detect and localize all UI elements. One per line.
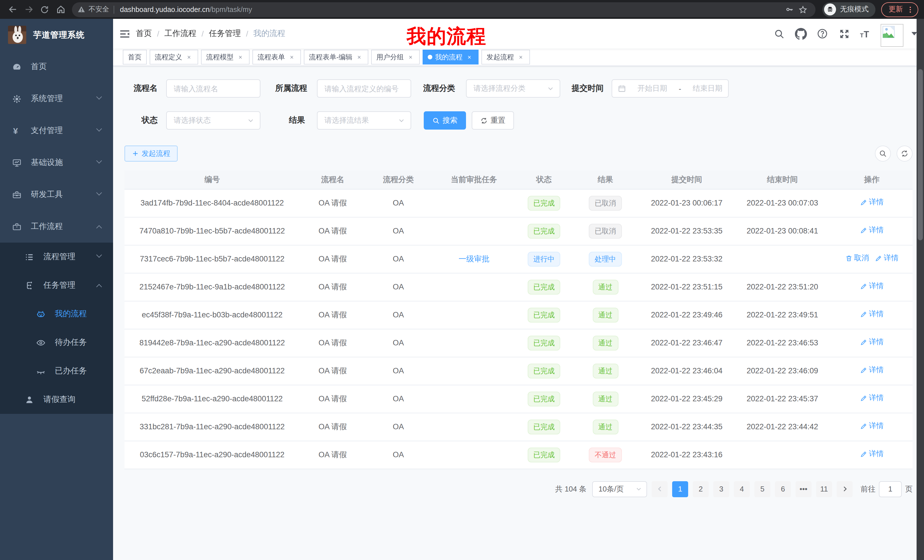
browser-menu-icon[interactable] (906, 5, 914, 13)
category-select[interactable]: 请选择流程分类 (466, 79, 560, 97)
detail-action-link[interactable]: 详情 (874, 253, 898, 264)
detail-action-link[interactable]: 详情 (860, 421, 884, 431)
pagination: 共 104 条 10条/页 123456•••11 前往 页 (124, 481, 913, 514)
detail-action-link[interactable]: 详情 (860, 365, 884, 375)
tab-流程定义[interactable]: 流程定义× (150, 49, 198, 64)
page-size-select[interactable]: 10条/页 (592, 481, 647, 497)
breadcrumb-workflow[interactable]: 工作流程 (165, 28, 196, 39)
app-logo[interactable]: 芋道管理系统 (0, 19, 113, 51)
tab-我的流程[interactable]: 我的流程× (423, 49, 478, 64)
goto-page-input[interactable] (879, 481, 902, 497)
cell-actions: 详情 (831, 413, 913, 441)
search-icon[interactable] (772, 27, 786, 40)
goto-page: 前往 页 (861, 481, 913, 497)
password-key-icon[interactable] (782, 3, 796, 16)
prev-page-button[interactable] (652, 481, 668, 497)
process-name-input[interactable] (166, 79, 260, 97)
sidebar-item-task-mgmt[interactable]: 任务管理 (0, 271, 113, 300)
chevron-down-icon (97, 254, 103, 260)
close-icon[interactable]: × (517, 53, 525, 61)
page-button-5[interactable]: 5 (754, 481, 770, 497)
font-size-icon[interactable]: TT (859, 27, 873, 40)
column-header: 编号 (124, 171, 300, 189)
tab-label: 流程模型 (206, 52, 234, 62)
sidebar-item-payment-mgmt[interactable]: ¥支付管理 (0, 115, 113, 147)
result-select[interactable]: 请选择流结果 (317, 111, 411, 130)
browser-forward-icon[interactable] (21, 1, 36, 17)
page-button-4[interactable]: 4 (734, 481, 750, 497)
browser-reload-icon[interactable] (36, 1, 52, 17)
tab-首页[interactable]: 首页 (123, 49, 147, 64)
detail-action-link[interactable]: 详情 (860, 393, 884, 403)
sidebar-toggle-hamburger-icon[interactable] (113, 19, 136, 48)
status-badge: 已完成 (528, 279, 561, 294)
cell-status: 已完成 (517, 217, 571, 245)
sidebar-item-my-process[interactable]: 我的流程 (0, 300, 113, 328)
page-button-3[interactable]: 3 (713, 481, 729, 497)
window-scrollbar[interactable] (916, 19, 924, 560)
site-security-warning-icon[interactable] (78, 6, 85, 13)
detail-action-link[interactable]: 详情 (860, 309, 884, 319)
tab-发起流程[interactable]: 发起流程× (482, 49, 530, 64)
close-icon[interactable]: × (406, 53, 415, 61)
tab-label: 首页 (128, 52, 142, 62)
tab-流程表单[interactable]: 流程表单× (252, 49, 301, 64)
page-button-11[interactable]: 11 (816, 481, 832, 497)
close-icon[interactable]: × (236, 53, 244, 61)
close-icon[interactable]: × (288, 53, 296, 61)
browser-back-icon[interactable] (4, 1, 21, 17)
page-button-1[interactable]: 1 (672, 481, 688, 497)
update-button[interactable]: 更新 (881, 2, 918, 17)
page-button-6[interactable]: 6 (775, 481, 791, 497)
refresh-table-icon[interactable] (897, 145, 913, 162)
cell-current-task[interactable]: 一级审批 (431, 245, 517, 273)
avatar-caret-down-icon[interactable] (911, 32, 917, 38)
create-process-button[interactable]: 发起流程 (124, 145, 178, 162)
breadcrumb-home[interactable]: 首页 (136, 28, 152, 39)
show-search-icon[interactable] (875, 145, 891, 162)
tab-流程表单-编辑[interactable]: 流程表单-编辑× (304, 49, 368, 64)
sidebar-item-workflow[interactable]: 工作流程 (0, 211, 113, 243)
cell-end-time (734, 245, 831, 273)
page-button-2[interactable]: 2 (693, 481, 709, 497)
search-button[interactable]: 搜索 (424, 111, 466, 130)
sidebar-item-dev-tools[interactable]: 研发工具 (0, 179, 113, 211)
scrollbar-thumb[interactable] (918, 69, 923, 240)
fullscreen-icon[interactable] (837, 27, 851, 40)
cell-result: 通过 (571, 357, 640, 385)
detail-action-link[interactable]: 详情 (860, 197, 884, 208)
close-icon[interactable]: × (465, 53, 473, 61)
detail-action-link[interactable]: 详情 (860, 337, 884, 347)
more-pages-button[interactable]: ••• (795, 481, 812, 497)
tab-流程模型[interactable]: 流程模型× (201, 49, 249, 64)
address-bar[interactable]: 不安全 dashboard.yudao.iocoder.cn/bpm/task/… (72, 2, 816, 17)
status-select[interactable]: 请选择状态 (166, 111, 260, 130)
github-icon[interactable] (794, 27, 807, 40)
reset-button[interactable]: 重置 (472, 111, 514, 130)
submit-time-range[interactable]: 开始日期 - 结束日期 (612, 79, 729, 97)
cell-category: OA (366, 385, 431, 413)
bookmark-star-icon[interactable] (796, 3, 810, 16)
sidebar-item-leave-query[interactable]: 请假查询 (0, 385, 113, 414)
tab-用户分组[interactable]: 用户分组× (371, 49, 420, 64)
task-link[interactable]: 一级审批 (459, 254, 489, 263)
detail-action-link[interactable]: 详情 (860, 281, 884, 291)
sidebar-item-infrastructure[interactable]: 基础设施 (0, 147, 113, 179)
close-icon[interactable]: × (355, 53, 363, 61)
breadcrumb-task-mgmt[interactable]: 任务管理 (209, 28, 241, 39)
cell-name: OA 请假 (300, 245, 366, 273)
cancel-action-link[interactable]: 取消 (845, 253, 869, 264)
sidebar-item-system-mgmt[interactable]: 系统管理 (0, 83, 113, 115)
sidebar-item-todo-tasks[interactable]: 待办任务 (0, 328, 113, 357)
help-icon[interactable] (816, 27, 829, 40)
sidebar-item-process-mgmt[interactable]: 流程管理 (0, 243, 113, 271)
next-page-button[interactable] (837, 481, 853, 497)
close-icon[interactable]: × (185, 53, 193, 61)
avatar[interactable] (880, 24, 903, 47)
detail-action-link[interactable]: 详情 (860, 449, 884, 459)
sidebar-item-home[interactable]: 首页 (0, 51, 113, 83)
process-id-input[interactable] (317, 79, 411, 97)
sidebar-item-done-tasks[interactable]: 已办任务 (0, 357, 113, 385)
detail-action-link[interactable]: 详情 (860, 225, 884, 235)
browser-home-icon[interactable] (52, 1, 69, 17)
